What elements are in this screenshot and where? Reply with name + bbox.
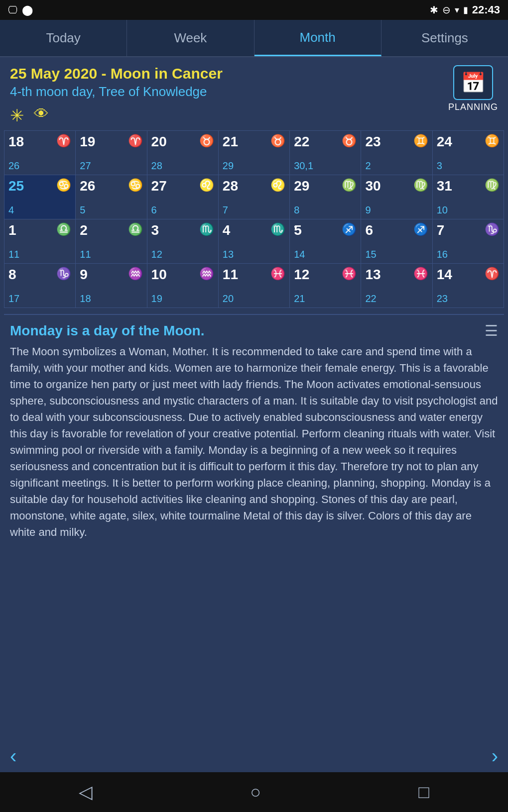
cell-day: 29 — [294, 178, 309, 194]
home-icon[interactable]: ○ — [250, 782, 261, 803]
time-display: 22:43 — [472, 3, 500, 16]
cell-sign: ♍ — [342, 178, 357, 192]
cell-7[interactable]: 7 ♑ 16 — [433, 219, 504, 263]
cell-moon-num: 28 — [151, 160, 162, 172]
battery-icon: ▮ — [463, 4, 468, 15]
phase-dot: • — [294, 222, 297, 231]
cell-moon-num: 9 — [365, 204, 371, 216]
cell-day: 12 — [294, 267, 309, 282]
cell-moon-num: 22 — [365, 293, 376, 304]
planning-label: PLANNING — [448, 102, 498, 112]
cell-moon-num: 5 — [80, 204, 85, 216]
cell-1[interactable]: 1 ♎ 11 — [4, 219, 76, 263]
cell-4[interactable]: 4 ♏ 13 — [219, 219, 290, 263]
cell-day: 11 — [223, 267, 238, 282]
header-subtitle: 4-th moon day, Tree of Knowledge — [10, 84, 223, 100]
tab-month[interactable]: Month — [254, 20, 381, 56]
cell-moon-num: 19 — [151, 293, 162, 304]
cell-8[interactable]: 8 ♑ 17 — [4, 264, 76, 307]
cell-23[interactable]: 23 ♊ 2 — [361, 131, 432, 175]
tab-week[interactable]: Week — [127, 20, 254, 56]
cell-14[interactable]: 14 ♈ 23 — [433, 264, 504, 307]
cell-24[interactable]: 24 ♊ 3 — [433, 131, 504, 175]
recents-icon[interactable]: □ — [418, 782, 429, 803]
cell-moon-num: 14 — [294, 249, 305, 260]
cell-sign: ♑ — [485, 222, 500, 236]
cell-moon-num: 13 — [223, 249, 234, 260]
back-icon[interactable]: ◁ — [79, 782, 93, 803]
cell-day: 28 — [223, 178, 238, 194]
cell-sign: ♐ — [342, 222, 357, 236]
cell-moon-num: 6 — [151, 204, 157, 216]
eye-icon[interactable]: 👁 — [34, 105, 49, 125]
cell-10[interactable]: 10 ♒ 19 — [147, 264, 219, 307]
cell-9[interactable]: 9 ♒ 18 — [76, 264, 147, 307]
cell-11[interactable]: 11 ♓ 20 — [219, 264, 290, 307]
cell-moon-num: 17 — [8, 293, 19, 304]
cell-moon-num: 11 — [8, 249, 19, 260]
cell-sign: ♊ — [413, 134, 428, 148]
cell-day: 2 — [80, 222, 88, 238]
cell-sign: ♓ — [413, 267, 428, 281]
tab-settings[interactable]: Settings — [381, 20, 508, 56]
cell-moon-num: 16 — [437, 249, 448, 260]
cell-3[interactable]: 3 ♏ 12 — [147, 219, 219, 263]
planning-button[interactable]: 📅 PLANNING — [448, 65, 498, 112]
cell-2[interactable]: 2 ♎ 11 — [76, 219, 147, 263]
header: 25 May 2020 - Moon in Cancer 4-th moon d… — [0, 57, 508, 130]
cell-day: 6 — [365, 222, 373, 238]
wifi-icon: ▾ — [455, 4, 459, 15]
cell-25-today[interactable]: 25 ♋ 4 — [4, 175, 76, 219]
cell-day: 7 — [437, 222, 445, 238]
cell-sign: ♌ — [199, 178, 214, 192]
cell-29[interactable]: 29 ♍ 8 — [290, 175, 361, 219]
camera-icon: ⬤ — [22, 4, 33, 16]
cell-sign: ♍ — [413, 178, 428, 192]
cell-moon-num: 26 — [8, 160, 19, 172]
cell-20[interactable]: 20 ♉ 28 — [147, 131, 219, 175]
bottom-nav: ◁ ○ □ — [0, 772, 508, 812]
cell-sign: ♌ — [270, 178, 285, 192]
cell-sign: ♉ — [342, 134, 357, 148]
prev-arrow[interactable]: ‹ — [10, 745, 16, 767]
cell-28[interactable]: 28 ♌ 7 — [219, 175, 290, 219]
planning-icon: 📅 — [453, 65, 493, 100]
star-icon[interactable]: ✳ — [10, 105, 24, 125]
cell-moon-num: 30,1 — [294, 160, 313, 172]
cell-27[interactable]: 27 ♌ 6 — [147, 175, 219, 219]
cell-moon-num: 8 — [294, 204, 299, 216]
cell-12[interactable]: 12 ♓ 21 — [290, 264, 361, 307]
cell-22[interactable]: 22 ♉ 30,1 ○ — [290, 131, 361, 175]
calendar-icon: 📅 — [461, 71, 486, 95]
cell-day: 25 — [8, 178, 24, 194]
cell-21[interactable]: 21 ♉ 29 — [219, 131, 290, 175]
signal-icon: ⊖ — [442, 4, 451, 16]
cell-5[interactable]: 5 ♐ 14 • — [290, 219, 361, 263]
cell-31[interactable]: 31 ♍ 10 — [433, 175, 504, 219]
tab-today[interactable]: Today — [0, 20, 127, 56]
cell-sign: ♊ — [485, 134, 500, 148]
cell-moon-num: 15 — [365, 249, 376, 260]
next-arrow[interactable]: › — [492, 745, 498, 767]
cell-13[interactable]: 13 ♓ 22 — [361, 264, 432, 307]
status-bar: 🖵 ⬤ ✱ ⊖ ▾ ▮ 22:43 — [0, 0, 508, 20]
cell-19[interactable]: 19 ♈ 27 — [76, 131, 147, 175]
cell-6[interactable]: 6 ♐ 15 — [361, 219, 432, 263]
cell-26[interactable]: 26 ♋ 5 — [76, 175, 147, 219]
cell-day: 26 — [80, 178, 95, 194]
header-left: 25 May 2020 - Moon in Cancer 4-th moon d… — [10, 65, 223, 125]
menu-icon[interactable]: ☰ — [485, 322, 498, 339]
cell-sign: ♍ — [485, 178, 500, 192]
calendar-row-3: 1 ♎ 11 2 ♎ 11 3 ♏ 12 4 ♏ 13 5 ♐ 14 • 6 ♐… — [4, 219, 504, 264]
cell-day: 3 — [151, 222, 159, 238]
cell-moon-num: 27 — [80, 160, 91, 172]
cell-moon-num: 23 — [437, 293, 448, 304]
cell-day: 9 — [80, 267, 88, 282]
status-left: 🖵 ⬤ — [8, 4, 33, 16]
calendar-row-4: 8 ♑ 17 9 ♒ 18 10 ♒ 19 11 ♓ 20 12 ♓ 21 13… — [4, 264, 504, 307]
cell-day: 18 — [8, 134, 24, 149]
cell-18[interactable]: 18 ♈ 26 — [4, 131, 76, 175]
cell-sign: ♑ — [56, 267, 71, 281]
cell-30[interactable]: 30 ♍ 9 — [361, 175, 432, 219]
cell-sign: ♈ — [56, 134, 71, 148]
